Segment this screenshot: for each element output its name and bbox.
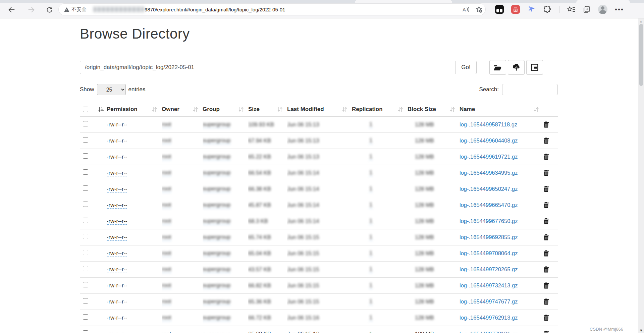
replication-value[interactable]: 1 — [369, 298, 372, 305]
row-checkbox[interactable] — [83, 314, 88, 320]
delete-file-button[interactable] — [543, 202, 549, 208]
bird-extension-icon[interactable] — [527, 5, 536, 14]
owner-value[interactable]: root — [162, 137, 171, 144]
permission-value[interactable]: -rw-r--r-- — [107, 170, 127, 176]
read-aloud-icon[interactable]: A — [463, 6, 471, 13]
replication-value[interactable]: 1 — [369, 314, 372, 321]
column-header-block-size[interactable]: Block Size — [408, 102, 460, 116]
group-value[interactable]: supergroup — [203, 282, 230, 289]
puzzle-extension-icon[interactable] — [543, 5, 552, 14]
permission-value[interactable]: -rw-r--r-- — [107, 218, 127, 225]
search-input[interactable] — [502, 84, 558, 95]
owner-value[interactable]: root — [162, 169, 171, 176]
sort-icon[interactable] — [342, 107, 347, 112]
owner-value[interactable]: root — [162, 202, 171, 209]
row-checkbox[interactable] — [83, 202, 88, 207]
permission-value[interactable]: -rw-r--r-- — [107, 315, 127, 321]
column-header-replication[interactable]: Replication — [352, 102, 408, 116]
permission-value[interactable]: -rw-r--r-- — [107, 154, 127, 160]
file-name-link[interactable]: log-.1654499665470.gz — [460, 202, 518, 208]
permission-value[interactable]: -rw-r--r-- — [107, 250, 127, 257]
sort-icon[interactable] — [450, 107, 455, 112]
replication-value[interactable]: 1 — [369, 234, 372, 241]
file-name-link[interactable]: log-.1654499779131.gz — [460, 331, 518, 333]
security-indicator[interactable]: 不安全 — [59, 6, 90, 13]
row-checkbox[interactable] — [83, 137, 88, 143]
owner-value[interactable]: root — [162, 153, 171, 160]
delete-file-button[interactable] — [543, 121, 549, 128]
sort-icon[interactable] — [398, 107, 403, 112]
directory-path-input[interactable] — [80, 61, 455, 74]
scrollbar-thumb[interactable] — [639, 24, 643, 86]
group-value[interactable]: supergroup — [203, 266, 230, 273]
permission-value[interactable]: -rw-r--r-- — [107, 234, 127, 241]
replication-value[interactable]: 1 — [369, 266, 372, 273]
delete-file-button[interactable] — [543, 154, 549, 160]
file-name-link[interactable]: log-.1654499587118.gz — [460, 121, 517, 127]
column-header-group[interactable]: Group — [203, 102, 248, 116]
tab-bottom[interactable] — [576, 0, 630, 3]
replication-value[interactable]: 1 — [369, 121, 372, 128]
file-name-link[interactable]: log-.1654499619721.gz — [460, 154, 518, 160]
permission-value[interactable]: -rw-r--r-- — [107, 266, 127, 273]
file-name-link[interactable]: log-.1654499708064.gz — [460, 250, 518, 256]
delete-file-button[interactable] — [543, 250, 549, 257]
collections-icon[interactable] — [583, 5, 591, 13]
delete-file-button[interactable] — [543, 218, 549, 224]
replication-value[interactable]: 1 — [369, 185, 372, 192]
address-bar[interactable]: 不安全 9870/explorer.html#/origin_data/gmal… — [59, 4, 485, 15]
file-name-link[interactable]: log-.1654499762913.gz — [460, 315, 518, 321]
replication-value[interactable]: 1 — [369, 218, 372, 225]
row-checkbox[interactable] — [83, 250, 88, 255]
delete-file-button[interactable] — [543, 315, 549, 321]
permission-value[interactable]: -rw-r--r-- — [107, 186, 127, 192]
row-checkbox[interactable] — [83, 121, 88, 126]
column-header-last-modified[interactable]: Last Modified — [287, 102, 352, 116]
column-header-size[interactable]: Size — [248, 102, 287, 116]
permission-value[interactable]: -rw-r--r-- — [107, 298, 127, 305]
forward-button[interactable] — [25, 4, 37, 15]
row-checkbox[interactable] — [83, 234, 88, 239]
delete-file-button[interactable] — [543, 331, 549, 333]
delete-file-button[interactable] — [543, 137, 549, 144]
replication-value[interactable]: 1 — [369, 153, 372, 160]
column-header-name[interactable]: Name — [460, 102, 543, 116]
file-name-link[interactable]: log-.1654499720265.gz — [460, 266, 518, 272]
group-value[interactable]: supergroup — [203, 185, 230, 192]
tab-bottom[interactable] — [355, 0, 452, 3]
red-extension-icon[interactable] — [511, 5, 520, 14]
select-all-checkbox[interactable] — [83, 107, 88, 112]
group-value[interactable]: supergroup — [203, 331, 230, 333]
back-button[interactable] — [6, 4, 17, 15]
file-list-button[interactable] — [526, 60, 543, 75]
group-value[interactable]: supergroup — [203, 121, 230, 128]
vertical-scrollbar[interactable]: ▲ ▼ — [638, 18, 644, 333]
owner-value[interactable]: root — [162, 234, 171, 241]
owner-value[interactable]: root — [162, 218, 171, 225]
replication-value[interactable]: 1 — [369, 137, 372, 144]
file-name-link[interactable]: log-.1654499747677.gz — [460, 298, 518, 304]
group-value[interactable]: supergroup — [203, 169, 230, 176]
permission-value[interactable]: -rw-r--r-- — [107, 282, 127, 289]
row-checkbox[interactable] — [83, 330, 88, 333]
owner-value[interactable]: root — [162, 298, 171, 305]
file-name-link[interactable]: log-.1654499677650.gz — [460, 218, 518, 224]
page-size-select[interactable]: 25 — [97, 84, 126, 95]
file-name-link[interactable]: log-.1654499732413.gz — [460, 282, 518, 288]
permission-value[interactable]: -rw-r--r-- — [107, 202, 127, 209]
replication-value[interactable]: 1 — [369, 202, 372, 209]
row-checkbox[interactable] — [83, 218, 88, 223]
delete-file-button[interactable] — [543, 298, 549, 305]
owner-value[interactable]: root — [162, 185, 171, 192]
delete-file-button[interactable] — [543, 282, 549, 289]
group-value[interactable]: supergroup — [203, 137, 230, 144]
permission-value[interactable]: -rw-r--r-- — [107, 331, 127, 333]
replication-value[interactable]: 1 — [369, 331, 372, 333]
more-menu-icon[interactable]: ••• — [615, 6, 624, 13]
delete-file-button[interactable] — [543, 234, 549, 240]
owner-value[interactable]: root — [162, 331, 171, 333]
delete-file-button[interactable] — [543, 170, 549, 176]
group-value[interactable]: supergroup — [203, 218, 230, 225]
owner-value[interactable]: root — [162, 266, 171, 273]
owner-value[interactable]: root — [162, 282, 171, 289]
